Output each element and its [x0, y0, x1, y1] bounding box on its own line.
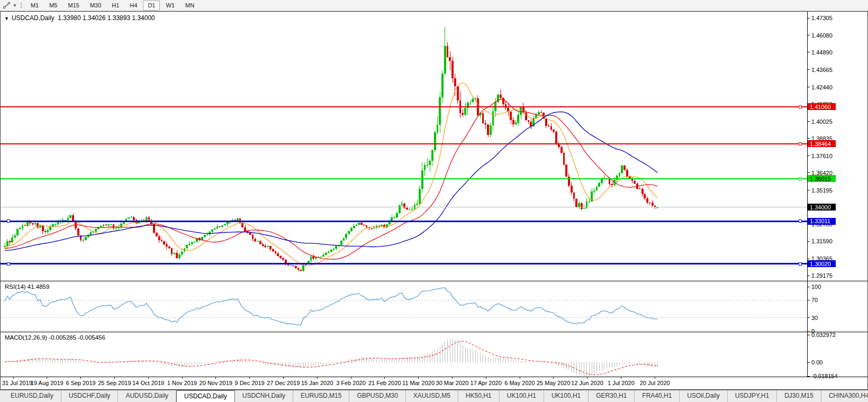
svg-text:1.46080: 1.46080: [811, 32, 833, 39]
tab-usdcad-daily[interactable]: USDCAD,Daily: [176, 390, 235, 402]
tab-hk50-h1[interactable]: HK50,H1: [458, 390, 500, 402]
svg-text:15 Jan 2020: 15 Jan 2020: [301, 380, 333, 386]
timeframe-button-w1[interactable]: W1: [161, 1, 179, 11]
svg-text:6 Sep 2019: 6 Sep 2019: [66, 380, 95, 386]
svg-text:1.44890: 1.44890: [811, 49, 833, 56]
chart-tabs: EURUSD,DailyUSDCHF,DailyAUDUSD,DailyUSDC…: [3, 390, 868, 402]
svg-text:1.33011: 1.33011: [810, 218, 830, 224]
svg-text:11 Mar 2020: 11 Mar 2020: [402, 380, 435, 386]
tab-fra40-h1[interactable]: FRA40,H1: [635, 390, 680, 402]
symbol-marker-icon[interactable]: ▼: [4, 16, 9, 21]
timeframe-button-m15[interactable]: M15: [63, 1, 84, 11]
timeframe-button-mn[interactable]: MN: [180, 1, 199, 11]
svg-text:21 Feb 2020: 21 Feb 2020: [368, 380, 401, 386]
svg-text:25 Sep 2019: 25 Sep 2019: [98, 380, 131, 386]
tab-eurusd-daily[interactable]: EURUSD,Daily: [3, 390, 61, 402]
svg-text:1 Jul 2020: 1 Jul 2020: [608, 380, 635, 386]
tab-eurusd-m15[interactable]: EURUSD,M15: [293, 390, 349, 402]
svg-text:-0.018154: -0.018154: [811, 373, 838, 379]
timeframe-button-m30[interactable]: M30: [85, 1, 106, 11]
svg-text:100: 100: [811, 284, 821, 290]
svg-text:0.00: 0.00: [811, 359, 822, 366]
svg-text:25 May 2020: 25 May 2020: [537, 380, 571, 386]
toolbar-grip[interactable]: [20, 2, 22, 9]
svg-text:1.47305: 1.47305: [811, 15, 833, 21]
svg-text:12 Jun 2020: 12 Jun 2020: [571, 380, 603, 386]
svg-text:1.42440: 1.42440: [811, 84, 833, 90]
tab-uk100-h1[interactable]: UK100,H1: [500, 390, 544, 402]
svg-text:27 Dec 2019: 27 Dec 2019: [267, 380, 300, 386]
tab-usoil-daily[interactable]: USOil,Daily: [680, 390, 727, 402]
rsi-label: RSI(14) 41.4859: [5, 284, 49, 290]
svg-text:1.38464: 1.38464: [810, 141, 831, 147]
svg-text:20 Jul 2020: 20 Jul 2020: [640, 380, 670, 386]
tab-xauusd-m5[interactable]: XAUUSD,M5: [406, 390, 458, 402]
tab-dj30-m15[interactable]: DJ30,M15: [777, 390, 821, 402]
svg-text:20 Nov 2019: 20 Nov 2019: [200, 380, 232, 386]
tab-uk100-h1[interactable]: UK100,H1: [544, 390, 589, 402]
tab-gbpusd-m30[interactable]: GBPUSD,M30: [349, 390, 405, 402]
svg-text:1 Nov 2019: 1 Nov 2019: [167, 380, 197, 386]
svg-text:6 May 2020: 6 May 2020: [504, 380, 535, 386]
svg-text:70: 70: [811, 297, 818, 303]
svg-text:31 Jul 2019: 31 Jul 2019: [2, 380, 32, 386]
svg-text:14 Oct 2019: 14 Oct 2019: [132, 380, 164, 386]
svg-text:30: 30: [811, 315, 818, 321]
svg-text:1.29175: 1.29175: [811, 272, 833, 279]
line-tool-icon[interactable]: [1, 1, 13, 10]
svg-text:0.032972: 0.032972: [811, 332, 836, 338]
svg-text:1.36015: 1.36015: [810, 176, 831, 182]
line-tool-glyph: [3, 2, 11, 9]
svg-text:1.35195: 1.35195: [811, 187, 833, 194]
tab-audusd-daily[interactable]: AUDUSD,Daily: [118, 390, 176, 402]
toolbar: ▼ M1M5M15M30H1H4D1W1MN: [0, 0, 868, 11]
price-chart-canvas[interactable]: 1.473051.460801.448901.436651.424401.412…: [1, 12, 867, 389]
chart-window: ▼USDCAD,Daily 1.33980 1.34026 1.33893 1.…: [0, 11, 868, 390]
svg-text:1.40025: 1.40025: [811, 118, 833, 125]
svg-text:1.34000: 1.34000: [810, 204, 831, 211]
timeframe-button-d1[interactable]: D1: [143, 1, 160, 11]
svg-text:3 Feb 2020: 3 Feb 2020: [336, 380, 366, 386]
svg-text:17 Apr 2020: 17 Apr 2020: [471, 380, 502, 386]
svg-text:30 Mar 2020: 30 Mar 2020: [436, 380, 469, 386]
svg-text:1.43665: 1.43665: [811, 67, 833, 73]
svg-text:1.30020: 1.30020: [810, 261, 831, 267]
timeframe-button-m1[interactable]: M1: [26, 1, 43, 11]
svg-text:1.31590: 1.31590: [811, 238, 833, 244]
chart-ohlc-quote: 1.33980 1.34026 1.33893 1.34000: [58, 14, 155, 22]
tab-china300-h4[interactable]: CHINA300,H4: [821, 390, 868, 402]
tab-ger30-h1[interactable]: GER30,H1: [589, 390, 635, 402]
macd-label: MACD(12,26,9) -0.005285 -0.005456: [5, 334, 105, 341]
timeframe-button-m5[interactable]: M5: [44, 1, 62, 11]
tool-dropdown-caret-icon[interactable]: ▼: [13, 3, 17, 8]
svg-text:19 Aug 2019: 19 Aug 2019: [31, 380, 64, 386]
timeframe-buttons: M1M5M15M30H1H4D1W1MN: [25, 1, 200, 11]
tab-usdjpy-h1[interactable]: USDJPY,H1: [728, 390, 777, 402]
tab-usdchf-daily[interactable]: USDCHF,Daily: [61, 390, 119, 402]
svg-text:9 Dec 2019: 9 Dec 2019: [234, 380, 264, 386]
chart-symbol: USDCAD,Daily: [12, 14, 55, 22]
svg-text:1.41060: 1.41060: [810, 104, 831, 110]
timeframe-button-h1[interactable]: H1: [107, 1, 124, 11]
tab-usdcnh-daily[interactable]: USDCNH,Daily: [235, 390, 293, 402]
chart-tab-bar: EURUSD,DailyUSDCHF,DailyAUDUSD,DailyUSDC…: [0, 390, 868, 402]
chart-symbol-title: ▼USDCAD,Daily 1.33980 1.34026 1.33893 1.…: [4, 14, 155, 22]
svg-text:1.37610: 1.37610: [811, 153, 833, 159]
timeframe-button-h4[interactable]: H4: [125, 1, 142, 11]
